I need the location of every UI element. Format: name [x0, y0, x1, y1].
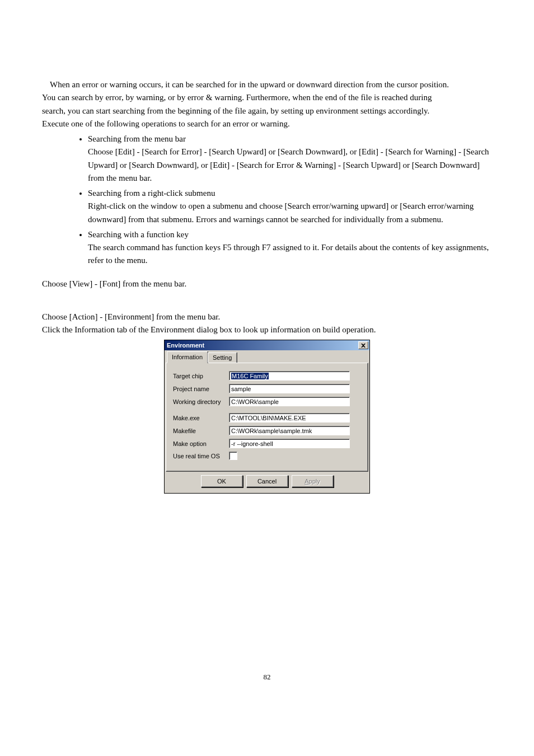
bullet2-body: Right-click on the window to open a subm…	[88, 200, 492, 226]
row-make-exe: Make.exe C:\MTOOL\BIN\MAKE.EXE	[173, 413, 361, 422]
checkbox-use-rtos[interactable]	[229, 452, 237, 460]
row-target-chip: Target chip M16C Family	[173, 371, 361, 381]
bullet2-title: Searching from a right-click submenu	[88, 189, 215, 198]
label-target-chip: Target chip	[173, 373, 229, 379]
bullet3-body: The search command has function keys F5 …	[88, 241, 492, 267]
step-font: Choose [View] - [Font] from the menu bar…	[42, 278, 492, 290]
label-project-name: Project name	[173, 386, 229, 392]
row-use-rtos: Use real time OS	[173, 452, 361, 460]
field-make-option[interactable]: -r --ignore-shell	[229, 439, 350, 448]
bullet-item-2: Searching from a right-click submenu Rig…	[88, 187, 492, 226]
apply-button: Apply	[292, 475, 334, 487]
tab-information[interactable]: Information	[167, 351, 208, 363]
dialog-buttons: OK Cancel Apply	[166, 472, 368, 492]
label-working-dir: Working directory	[173, 398, 229, 405]
tab-setting[interactable]: Setting	[208, 353, 237, 363]
label-makefile: Makefile	[173, 428, 229, 434]
field-target-chip-value: M16C Family	[231, 373, 269, 379]
row-project-name: Project name sample	[173, 384, 361, 393]
bullet-item-3: Searching with a function key The search…	[88, 228, 492, 267]
bullet1-title: Searching from the menu bar	[88, 134, 186, 143]
field-working-dir[interactable]: C:\WORk\sample	[229, 397, 350, 406]
row-makefile: Makefile C:\WORk\sample\sample.tmk	[173, 426, 361, 435]
close-icon[interactable]	[358, 341, 368, 349]
field-makefile[interactable]: C:\WORk\sample\sample.tmk	[229, 426, 350, 435]
bullet1-body: Choose [Edit] - [Search for Error] - [Se…	[88, 145, 492, 185]
dialog-title: Environment	[165, 340, 357, 350]
intro-paragraph: When an error or warning occurs, it can …	[42, 78, 492, 91]
step-env-2: Click the Information tab of the Environ…	[42, 323, 492, 336]
bullet-item-1: Searching from the menu bar Choose [Edit…	[88, 133, 492, 185]
step-env-1: Choose [Action] - [Environment] from the…	[42, 311, 492, 323]
field-target-chip[interactable]: M16C Family	[229, 371, 350, 381]
field-make-exe[interactable]: C:\MTOOL\BIN\MAKE.EXE	[229, 413, 350, 422]
bullet-list: Searching from the menu bar Choose [Edit…	[42, 133, 492, 267]
intro-l3: search, you can start searching from the…	[42, 105, 492, 118]
dialog-titlebar[interactable]: Environment	[165, 340, 369, 350]
field-project-name[interactable]: sample	[229, 384, 350, 393]
tabs: Information Setting	[166, 351, 368, 363]
page-number: 82	[42, 673, 492, 682]
intro-l1: When an error or warning occurs, it can …	[50, 80, 449, 89]
intro-l4: Execute one of the following operations …	[42, 118, 492, 130]
panel-information: Target chip M16C Family Project name sam…	[166, 363, 368, 472]
label-make-exe: Make.exe	[173, 415, 229, 421]
row-make-option: Make option -r --ignore-shell	[173, 439, 361, 448]
label-make-option: Make option	[173, 440, 229, 447]
ok-button[interactable]: OK	[201, 475, 243, 487]
intro-l2: You can search by error, by warning, or …	[42, 91, 492, 104]
cancel-button[interactable]: Cancel	[246, 475, 288, 487]
environment-dialog: Environment Information Setting Target c…	[164, 340, 370, 494]
row-working-dir: Working directory C:\WORk\sample	[173, 397, 361, 406]
bullet3-title: Searching with a function key	[88, 230, 189, 239]
label-use-rtos: Use real time OS	[173, 453, 229, 459]
